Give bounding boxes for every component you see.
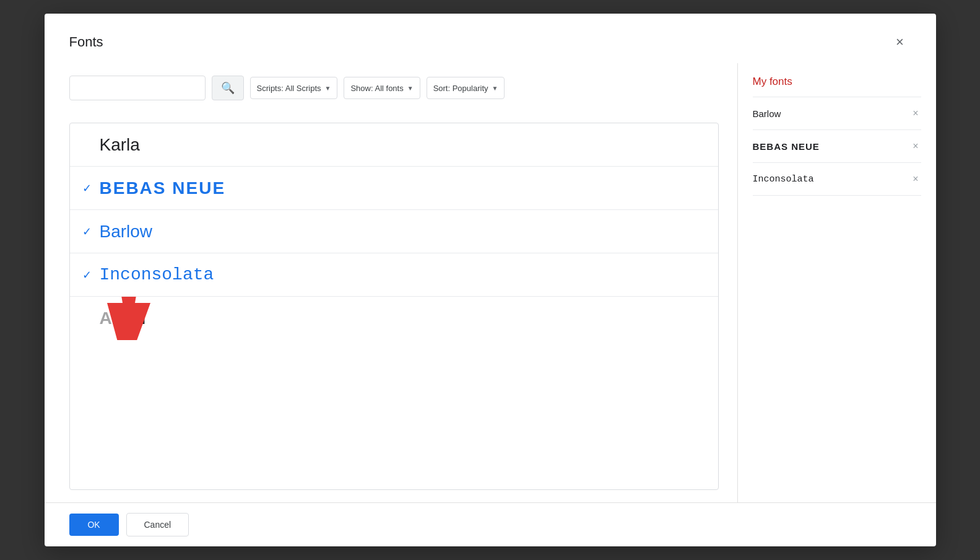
- list-item[interactable]: ✓ Arton: [70, 297, 718, 340]
- show-filter[interactable]: Show: All fonts ▼: [344, 77, 420, 99]
- scripts-filter[interactable]: Scripts: All Scripts ▼: [250, 77, 338, 99]
- remove-barlow-button[interactable]: ×: [910, 106, 921, 121]
- list-item[interactable]: ✓ Barlow: [70, 210, 718, 253]
- list-item[interactable]: ✓ BEBAS NEUE: [70, 167, 718, 210]
- dialog-backdrop: Fonts × 🔍 Scripts: All Scripts ▼: [0, 0, 980, 560]
- font-name-arton: Arton: [100, 308, 146, 328]
- list-item[interactable]: ✓ Inconsolata: [70, 253, 718, 297]
- search-input[interactable]: [69, 76, 206, 100]
- dialog-footer: OK Cancel: [45, 502, 936, 546]
- left-panel: 🔍 Scripts: All Scripts ▼ Show: All fonts…: [45, 63, 738, 502]
- sort-filter-label: Sort: Popularity: [433, 84, 488, 93]
- check-icon: ✓: [82, 182, 100, 195]
- chevron-down-icon: ▼: [492, 85, 498, 92]
- check-icon: ✓: [82, 225, 100, 238]
- font-name-barlow: Barlow: [100, 222, 153, 242]
- my-font-name-bebas-neue: BEBAS NEUE: [753, 141, 820, 152]
- my-font-item-bebas-neue: BEBAS NEUE ×: [753, 130, 921, 163]
- chevron-down-icon: ▼: [325, 85, 331, 92]
- chevron-down-icon: ▼: [407, 85, 414, 92]
- font-list: ✓ Karla ✓ BEBAS NEUE ✓ Barlow: [69, 123, 719, 490]
- dialog-header: Fonts ×: [45, 14, 936, 63]
- my-font-name-inconsolata: Inconsolata: [753, 174, 814, 185]
- right-panel: My fonts Barlow × BEBAS NEUE × Inconsola…: [738, 63, 936, 502]
- sort-filter[interactable]: Sort: Popularity ▼: [427, 77, 505, 99]
- close-button[interactable]: ×: [889, 31, 911, 53]
- remove-inconsolata-button[interactable]: ×: [910, 172, 921, 186]
- show-filter-label: Show: All fonts: [350, 84, 403, 93]
- fonts-dialog: Fonts × 🔍 Scripts: All Scripts ▼: [45, 14, 936, 546]
- dialog-body: 🔍 Scripts: All Scripts ▼ Show: All fonts…: [45, 63, 936, 502]
- font-name-bebas-neue: BEBAS NEUE: [100, 178, 226, 198]
- check-icon: ✓: [82, 268, 100, 282]
- my-font-item-barlow: Barlow ×: [753, 97, 921, 130]
- font-name-karla: Karla: [100, 135, 140, 155]
- search-icon: 🔍: [221, 81, 235, 95]
- cancel-button[interactable]: Cancel: [126, 513, 189, 536]
- ok-button[interactable]: OK: [69, 514, 119, 536]
- search-button[interactable]: 🔍: [212, 76, 244, 100]
- my-font-item-inconsolata: Inconsolata ×: [753, 163, 921, 196]
- my-font-name-barlow: Barlow: [753, 108, 781, 119]
- scripts-filter-label: Scripts: All Scripts: [257, 84, 321, 93]
- search-bar: 🔍 Scripts: All Scripts ▼ Show: All fonts…: [69, 76, 719, 100]
- font-name-inconsolata: Inconsolata: [100, 265, 214, 284]
- my-fonts-title: My fonts: [753, 76, 921, 97]
- dialog-title: Fonts: [69, 34, 103, 50]
- remove-bebas-button[interactable]: ×: [910, 139, 921, 154]
- list-item[interactable]: ✓ Karla: [70, 123, 718, 167]
